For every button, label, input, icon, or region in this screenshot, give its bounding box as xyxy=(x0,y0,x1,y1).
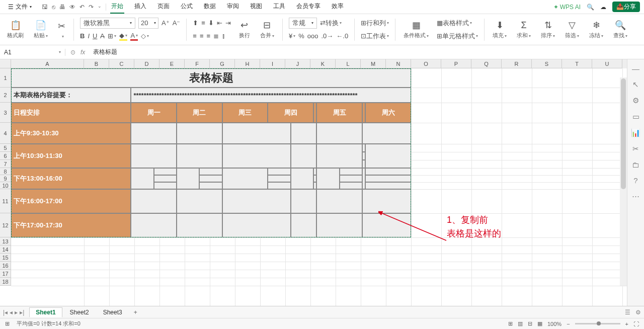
row-header[interactable]: 6 xyxy=(0,152,11,160)
strike-button[interactable]: A̶ xyxy=(100,32,105,40)
tab-first-icon[interactable]: |◂ xyxy=(3,309,8,316)
minimize-icon[interactable]: — xyxy=(632,64,639,73)
percent-icon[interactable]: % xyxy=(298,32,304,40)
col-header[interactable]: S xyxy=(532,59,562,68)
cell-style[interactable]: ⊞ 单元格样式 xyxy=(437,32,478,41)
sheet-tab-3[interactable]: Sheet3 xyxy=(97,307,129,317)
col-header[interactable]: Q xyxy=(471,59,502,68)
row-header[interactable]: 7 xyxy=(0,160,11,168)
tab-tools[interactable]: 工具 xyxy=(272,0,286,14)
sheet-settings-icon[interactable]: ⚙ xyxy=(635,309,641,316)
col-header[interactable]: B xyxy=(84,59,109,68)
cursor-icon[interactable]: ↖ xyxy=(632,80,639,89)
add-sheet-button[interactable]: + xyxy=(130,309,141,316)
zoom-in-icon[interactable]: + xyxy=(625,321,628,327)
select-icon[interactable]: ▭ xyxy=(632,112,639,121)
indent-dec-icon[interactable]: ⇤ xyxy=(217,19,222,27)
align-top-icon[interactable]: ⬆ xyxy=(193,19,198,27)
select-all-corner[interactable] xyxy=(0,59,11,68)
wps-ai-button[interactable]: ✦ WPS AI xyxy=(553,4,581,11)
tab-start[interactable]: 开始 xyxy=(110,0,124,14)
zoom-slider[interactable] xyxy=(575,323,620,324)
formula-bar[interactable]: 表格标题 xyxy=(90,48,120,56)
sort-button[interactable]: ⇅排序 xyxy=(539,20,557,39)
file-menu[interactable]: ☰文件▾ xyxy=(4,2,36,12)
tab-formula[interactable]: 公式 xyxy=(180,0,194,14)
clear-format-button[interactable]: ◇ xyxy=(141,32,149,40)
italic-button[interactable]: I xyxy=(88,32,90,40)
col-header[interactable]: L xyxy=(336,59,361,68)
more-icon[interactable]: ⌄ xyxy=(98,4,102,11)
tab-data[interactable]: 数据 xyxy=(203,0,217,14)
col-header[interactable]: H xyxy=(235,59,260,68)
col-header[interactable]: A xyxy=(11,59,84,68)
view-page-icon[interactable]: ▥ xyxy=(518,320,523,327)
freeze-button[interactable]: ❄冻结 xyxy=(587,20,605,39)
more-panel-icon[interactable]: ⋯ xyxy=(632,192,639,201)
col-header[interactable]: R xyxy=(502,59,532,68)
zoom-value[interactable]: 100% xyxy=(547,321,561,327)
currency-icon[interactable]: ¥ xyxy=(289,32,295,40)
row-header[interactable]: 1 xyxy=(0,68,11,88)
tab-efficiency[interactable]: 效率 xyxy=(331,0,345,14)
fill-button[interactable]: ⬇填充 xyxy=(491,20,509,39)
share-button[interactable]: 📤分享 xyxy=(612,2,640,12)
dec-dec-icon[interactable]: ←.0 xyxy=(336,32,348,40)
col-header[interactable]: P xyxy=(441,59,471,68)
align-center-icon[interactable]: ≡ xyxy=(200,32,204,40)
convert-button[interactable]: ⇄转换 xyxy=(320,19,342,28)
zoom-target-icon[interactable]: ⊙ xyxy=(70,49,75,56)
align-middle-icon[interactable]: ≡ xyxy=(201,19,205,27)
fullscreen-icon[interactable]: ⛶ xyxy=(633,321,639,327)
tab-review[interactable]: 审阅 xyxy=(226,0,240,14)
tab-insert[interactable]: 插入 xyxy=(133,0,147,14)
find-button[interactable]: 🔍查找 xyxy=(611,20,629,39)
help-icon[interactable]: ? xyxy=(633,176,637,185)
row-header[interactable]: 4 xyxy=(0,123,11,144)
spreadsheet-grid[interactable]: ABCDEFGHIJKLMNOPQRSTU 123456789101112131… xyxy=(0,59,627,306)
rowcol-button[interactable]: ⊞ 行和列 xyxy=(361,19,389,28)
row-header[interactable]: 12 xyxy=(0,213,11,237)
cell-reference[interactable]: A1▾ xyxy=(0,49,65,56)
row-header[interactable]: 9 xyxy=(0,175,11,182)
col-header[interactable]: K xyxy=(310,59,336,68)
backup-icon[interactable]: 🗀 xyxy=(632,160,639,169)
zoom-out-icon[interactable]: − xyxy=(567,321,570,327)
dec-inc-icon[interactable]: .0→ xyxy=(321,32,333,40)
row-header[interactable]: 11 xyxy=(0,189,11,213)
distribute-icon[interactable]: ⫿ xyxy=(222,32,225,40)
col-header[interactable]: U xyxy=(592,59,622,68)
merge-button[interactable]: ⊟合并 xyxy=(258,20,276,39)
format-painter[interactable]: 📋格式刷 xyxy=(5,20,26,39)
preview-icon[interactable]: 👁 xyxy=(69,4,75,11)
reading-mode-icon[interactable]: ▦ xyxy=(537,320,542,327)
col-header[interactable]: C xyxy=(109,59,134,68)
align-left-icon[interactable]: ≡ xyxy=(193,32,197,40)
mode-icon[interactable]: ⊞ xyxy=(5,320,10,327)
underline-button[interactable]: U xyxy=(93,32,97,40)
fill-color-button[interactable]: ◆ xyxy=(119,32,127,41)
col-header[interactable]: O xyxy=(411,59,441,68)
row-header[interactable]: 17 xyxy=(0,270,11,278)
comma-icon[interactable]: ооо xyxy=(307,32,318,40)
font-color-button[interactable]: A xyxy=(130,32,138,41)
col-header[interactable]: M xyxy=(361,59,386,68)
cut-button[interactable]: ✂ xyxy=(56,21,67,39)
bold-button[interactable]: B xyxy=(80,32,85,40)
filter-button[interactable]: ▽筛选 xyxy=(563,20,581,39)
sheet-tab-2[interactable]: Sheet2 xyxy=(63,307,96,317)
search-icon[interactable]: 🔍 xyxy=(587,4,594,11)
col-header[interactable]: N xyxy=(386,59,411,68)
row-header[interactable]: 15 xyxy=(0,254,11,262)
tools-icon[interactable]: ✂ xyxy=(632,144,639,153)
sheet-tab-1[interactable]: Sheet1 xyxy=(29,307,62,317)
increase-font-icon[interactable]: A⁺ xyxy=(162,19,170,27)
col-header[interactable]: G xyxy=(210,59,235,68)
decrease-font-icon[interactable]: A⁻ xyxy=(173,19,181,27)
tab-last-icon[interactable]: ▸| xyxy=(20,309,24,316)
row-header[interactable]: 13 xyxy=(0,237,11,245)
align-bottom-icon[interactable]: ⬇ xyxy=(208,19,214,27)
undo-icon[interactable]: ↶ xyxy=(79,4,85,11)
border-button[interactable]: ⊞ xyxy=(108,32,116,40)
paste-button[interactable]: 📄粘贴 xyxy=(32,20,50,39)
